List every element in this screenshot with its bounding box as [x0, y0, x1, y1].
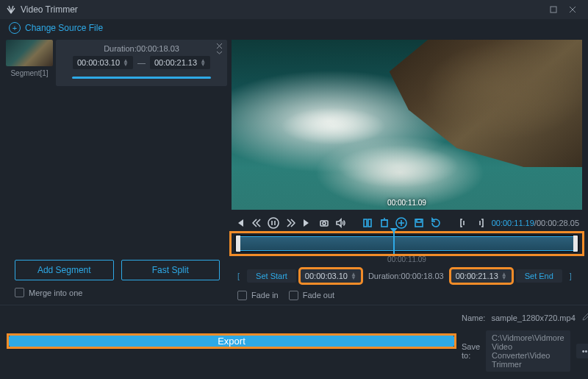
save-segment-icon[interactable]: [413, 216, 424, 230]
segment-controls: Duration:00:00:18.03 00:00:03.10▲▼ — 00:…: [56, 40, 227, 86]
left-panel: Segment[1] Duration:00:00:18.03 00:00:03…: [0, 37, 232, 305]
segment-start-time[interactable]: 00:00:03.10▲▼: [73, 56, 133, 69]
export-highlight: Export: [9, 336, 454, 347]
bracket-open: [: [234, 272, 243, 280]
merge-row: Merge into one: [3, 288, 232, 305]
app-logo-icon: [6, 4, 16, 15]
stepper-icon[interactable]: ▲▼: [501, 272, 507, 280]
export-button[interactable]: Export: [9, 336, 454, 347]
trim-end-time[interactable]: 00:00:21.13▲▼: [451, 269, 512, 283]
segment-duration: Duration:00:00:18.03: [62, 44, 221, 53]
right-panel: 00:00:11.09 00:00:11.1: [232, 37, 588, 305]
snapshot-icon[interactable]: [318, 216, 329, 230]
timeline[interactable]: [234, 235, 579, 252]
save-path: C:\Vidmore\Vidmore Video Converter\Video…: [486, 330, 570, 372]
change-source-link[interactable]: Change Source File: [25, 23, 103, 33]
bracket-in-icon[interactable]: [458, 216, 469, 230]
main-area: Segment[1] Duration:00:00:18.03 00:00:03…: [0, 37, 588, 305]
fade-out-label: Fade out: [303, 291, 334, 300]
fast-split-button[interactable]: Fast Split: [121, 260, 220, 280]
svg-rect-5: [368, 219, 371, 227]
app-title: Video Trimmer: [21, 4, 78, 15]
timeline-handle-left[interactable]: [236, 235, 240, 252]
add-marker-icon[interactable]: [395, 216, 407, 230]
reset-icon[interactable]: [430, 216, 442, 230]
more-path-button[interactable]: •••: [576, 344, 588, 358]
step-back-icon[interactable]: [251, 216, 262, 230]
stepper-icon[interactable]: ▲▼: [123, 59, 129, 66]
name-label: Name:: [462, 314, 485, 322]
segment-close-icon[interactable]: [216, 43, 223, 55]
trim-duration: Duration:00:00:18.03: [365, 272, 447, 280]
svg-point-3: [323, 222, 326, 225]
stepper-icon[interactable]: ▲▼: [351, 272, 356, 280]
segment-row: Segment[1] Duration:00:00:18.03 00:00:03…: [3, 40, 232, 86]
left-action-buttons: Add Segment Fast Split: [3, 260, 232, 280]
player-controls: 00:00:11.19/00:00:28.05: [232, 213, 582, 233]
bottom-row-1: Name: sample_1280x720.mp4 Output: Auto;2…: [462, 310, 579, 326]
add-segment-button[interactable]: Add Segment: [15, 260, 114, 280]
segment-end-time[interactable]: 00:00:21.13▲▼: [150, 56, 210, 69]
svg-rect-4: [364, 219, 367, 227]
trim-row: [ Set Start 00:00:03.10▲▼ Duration:00:00…: [232, 263, 582, 286]
timeline-time-label: 00:00:11.09: [232, 255, 582, 263]
video-preview[interactable]: 00:00:11.09: [232, 40, 582, 210]
merge-checkbox[interactable]: [15, 288, 24, 297]
close-button[interactable]: [563, 0, 582, 19]
preview-timecode: 00:00:11.09: [387, 199, 426, 207]
fade-out-checkbox[interactable]: [289, 291, 298, 300]
fade-row: Fade in Fade out: [232, 286, 582, 305]
thumbnail-image: [6, 40, 53, 66]
copy-segment-icon[interactable]: [362, 216, 373, 230]
save-label: Save to:: [462, 342, 480, 360]
time-separator: —: [137, 58, 146, 67]
merge-label: Merge into one: [29, 288, 82, 297]
bottom-bar: Name: sample_1280x720.mp4 Output: Auto;2…: [0, 305, 588, 379]
trim-start-time[interactable]: 00:00:03.10▲▼: [301, 269, 361, 283]
play-pause-icon[interactable]: [268, 216, 279, 230]
timeline-playhead[interactable]: [393, 232, 395, 254]
svg-rect-0: [551, 7, 556, 13]
top-toolbar: + Change Source File: [0, 19, 588, 37]
edit-name-icon[interactable]: [581, 313, 588, 323]
app-root: Video Trimmer + Change Source File Segme…: [0, 0, 588, 379]
segment-progress: [72, 77, 211, 79]
maximize-button[interactable]: [544, 0, 563, 19]
bracket-close: ]: [567, 272, 575, 280]
next-segment-icon[interactable]: [302, 216, 313, 230]
volume-icon[interactable]: [335, 216, 346, 230]
segment-thumbnail[interactable]: Segment[1]: [3, 40, 56, 86]
bottom-row-2: Save to: C:\Vidmore\Vidmore Video Conver…: [462, 330, 579, 372]
playback-time: 00:00:11.19/00:00:28.05: [492, 219, 579, 227]
svg-rect-9: [417, 219, 421, 222]
bracket-out-icon[interactable]: [475, 216, 486, 230]
timeline-selection: [236, 236, 578, 251]
set-end-button[interactable]: Set End: [516, 269, 562, 283]
stepper-icon[interactable]: ▲▼: [200, 59, 206, 66]
delete-segment-icon[interactable]: [379, 216, 390, 230]
timeline-handle-right[interactable]: [573, 235, 578, 252]
add-source-icon[interactable]: +: [9, 22, 21, 34]
fade-in-label: Fade in: [251, 291, 279, 300]
name-value: sample_1280x720.mp4: [491, 314, 575, 322]
segment-label: Segment[1]: [10, 69, 48, 77]
fade-in-checkbox[interactable]: [237, 291, 247, 300]
step-forward-icon[interactable]: [285, 216, 296, 230]
timeline-highlight: [232, 233, 582, 254]
set-start-button[interactable]: Set Start: [247, 269, 296, 283]
svg-rect-6: [381, 220, 387, 227]
titlebar: Video Trimmer: [0, 0, 588, 19]
prev-segment-icon[interactable]: [234, 216, 245, 230]
svg-point-1: [268, 218, 279, 228]
